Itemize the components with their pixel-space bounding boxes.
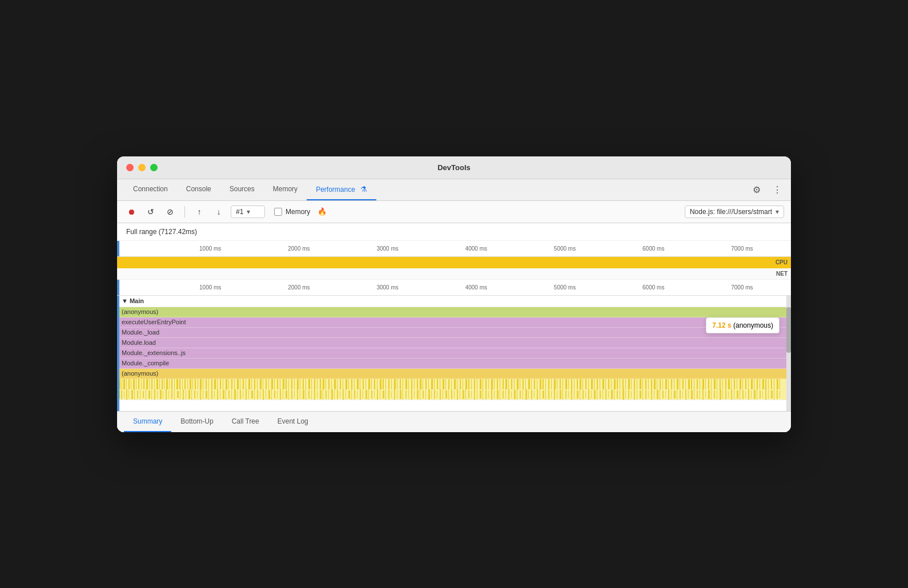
svg-rect-32 — [200, 379, 202, 389]
upload-button[interactable]: ↑ — [192, 204, 207, 219]
close-button[interactable] — [126, 164, 134, 171]
tab-performance[interactable]: Performance ⚗ — [307, 179, 376, 200]
svg-rect-347 — [434, 390, 435, 399]
svg-rect-17 — [162, 379, 163, 389]
flame-row-4[interactable]: Module._extensions..js — [117, 348, 791, 359]
toolbar: ⏺ ↺ ⊘ ↑ ↓ #1 ▾ Memory 🔥 Node.js: file://… — [117, 201, 791, 223]
flame-row-2[interactable]: Module._load — [117, 328, 791, 338]
record-button[interactable]: ⏺ — [124, 204, 139, 219]
ruler2-mark-0 — [117, 284, 166, 291]
svg-rect-162 — [571, 379, 572, 389]
refresh-button[interactable]: ↺ — [143, 204, 158, 219]
svg-rect-253 — [166, 389, 167, 400]
svg-rect-89 — [363, 379, 364, 389]
svg-rect-154 — [548, 379, 549, 389]
svg-rect-356 — [460, 390, 460, 398]
svg-rect-75 — [323, 379, 324, 389]
svg-rect-285 — [257, 390, 258, 399]
tab-memory[interactable]: Memory — [264, 179, 307, 200]
svg-rect-81 — [340, 379, 341, 389]
ruler-labels-bottom: 1000 ms 2000 ms 3000 ms 4000 ms 5000 ms … — [117, 284, 791, 291]
tab-sources[interactable]: Sources — [220, 179, 264, 200]
svg-rect-383 — [537, 389, 538, 400]
svg-rect-328 — [380, 390, 380, 399]
svg-rect-230 — [765, 379, 766, 389]
svg-rect-360 — [471, 391, 472, 398]
svg-rect-384 — [540, 390, 540, 399]
svg-rect-120 — [451, 379, 452, 389]
svg-rect-143 — [517, 379, 519, 389]
svg-rect-334 — [397, 390, 397, 398]
clear-button[interactable]: ⊘ — [163, 204, 178, 219]
flame-block-module-compile: Module._compile — [119, 359, 786, 368]
memory-checkbox[interactable] — [274, 208, 282, 216]
svg-rect-216 — [725, 379, 726, 389]
flame-button[interactable]: 🔥 — [315, 204, 330, 219]
svg-rect-78 — [331, 379, 332, 389]
node-selector[interactable]: Node.js: file:///Users/stmart ▾ — [685, 206, 784, 218]
svg-rect-448 — [722, 390, 723, 398]
flame-row-6[interactable]: (anonymous) — [117, 369, 791, 379]
flame-row-5[interactable]: Module._compile — [117, 359, 791, 369]
memory-checkbox-container[interactable]: Memory — [274, 208, 310, 216]
svg-rect-397 — [577, 390, 578, 398]
svg-rect-240 — [128, 390, 129, 398]
svg-rect-375 — [514, 390, 516, 399]
profile-selector[interactable]: #1 ▾ — [231, 206, 265, 218]
tab-event-log[interactable]: Event Log — [268, 412, 318, 432]
svg-rect-87 — [357, 379, 359, 389]
svg-rect-387 — [548, 390, 549, 399]
svg-rect-391 — [560, 390, 561, 399]
flame-section-main[interactable]: ▼ Main — [117, 296, 791, 307]
scrollbar-thumb[interactable] — [786, 307, 791, 353]
tab-summary[interactable]: Summary — [124, 412, 171, 432]
svg-rect-316 — [345, 390, 346, 399]
svg-rect-445 — [714, 390, 715, 398]
timeline-left-indicator-2 — [117, 280, 119, 295]
svg-rect-435 — [685, 389, 686, 400]
svg-rect-245 — [143, 391, 144, 398]
flame-row-1[interactable]: executeUserEntryPoint 7.12 s (anonymous) — [117, 317, 791, 328]
svg-rect-378 — [523, 390, 523, 399]
flame-row-3[interactable]: Module.load — [117, 338, 791, 348]
svg-rect-147 — [528, 379, 530, 389]
vertical-scrollbar[interactable] — [786, 296, 791, 411]
svg-rect-26 — [184, 379, 186, 389]
svg-rect-124 — [463, 379, 463, 389]
svg-rect-310 — [328, 390, 329, 399]
maximize-button[interactable] — [150, 164, 158, 171]
svg-rect-99 — [391, 379, 392, 389]
svg-rect-18 — [164, 379, 164, 389]
svg-rect-211 — [711, 379, 712, 389]
svg-rect-363 — [480, 390, 481, 398]
svg-rect-286 — [260, 391, 260, 398]
tab-call-tree[interactable]: Call Tree — [223, 412, 268, 432]
svg-rect-279 — [240, 390, 241, 399]
svg-rect-458 — [751, 390, 752, 398]
svg-rect-23 — [176, 379, 178, 389]
svg-rect-202 — [685, 379, 686, 389]
flame-row-0[interactable]: (anonymous) — [117, 307, 791, 317]
tab-console[interactable]: Console — [177, 179, 220, 200]
minimize-button[interactable] — [138, 164, 146, 171]
tab-bottom-up[interactable]: Bottom-Up — [171, 412, 222, 432]
svg-rect-249 — [154, 389, 155, 400]
svg-rect-467 — [777, 390, 778, 399]
svg-rect-215 — [722, 379, 723, 389]
tab-connection[interactable]: Connection — [124, 179, 177, 200]
svg-rect-137 — [500, 379, 500, 389]
settings-icon[interactable]: ⚙ — [750, 183, 764, 196]
svg-rect-208 — [702, 379, 704, 389]
svg-rect-405 — [600, 390, 601, 398]
svg-rect-273 — [223, 390, 224, 399]
svg-rect-80 — [337, 379, 338, 389]
svg-rect-468 — [780, 391, 780, 398]
svg-rect-160 — [565, 379, 567, 389]
more-icon[interactable]: ⋮ — [770, 183, 784, 196]
svg-rect-4 — [128, 379, 130, 389]
svg-rect-22 — [174, 379, 175, 389]
svg-rect-403 — [594, 390, 596, 399]
svg-rect-407 — [605, 389, 606, 400]
download-button[interactable]: ↓ — [211, 204, 226, 219]
svg-rect-200 — [680, 379, 680, 389]
